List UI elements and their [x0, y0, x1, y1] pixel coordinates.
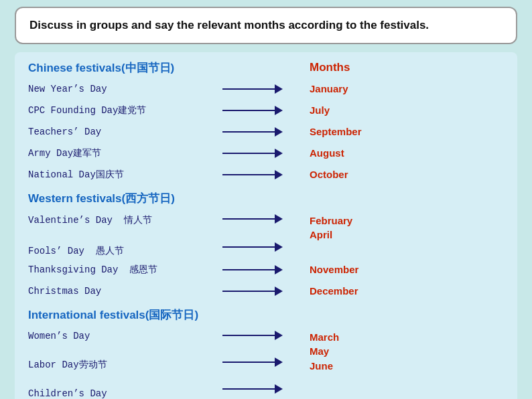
- month-label: August: [310, 147, 383, 159]
- arrow-cell: [222, 84, 310, 94]
- arrow-cell: [222, 170, 310, 179]
- festival-label: Fools’ Day 愚人节: [28, 245, 222, 257]
- table-row: Thanksgiving Day 感恩节 November: [28, 260, 504, 279]
- arrow-cell: [222, 214, 310, 252]
- festivals-header: Chinese festivals(中国节日): [28, 60, 222, 76]
- column-headers: Chinese festivals(中国节日) Months: [28, 60, 504, 76]
- international-festivals-header: International festivals(国际节日): [28, 307, 504, 323]
- month-label: October: [310, 169, 383, 180]
- month-group: March May June: [310, 331, 383, 373]
- festival-label: Army Day建军节: [28, 147, 222, 159]
- arrow-cell: [222, 331, 310, 394]
- month-label: February: [310, 214, 383, 228]
- chinese-festivals-header: Chinese festivals(中国节日): [28, 62, 174, 74]
- month-label: April: [310, 228, 383, 242]
- table-row: Teachers’ Day September: [28, 123, 504, 141]
- festival-label: Valentine’s Day 情人节: [28, 214, 222, 226]
- instruction-text: Discuss in groups and say the relevant m…: [29, 19, 429, 31]
- instruction-box: Discuss in groups and say the relevant m…: [15, 7, 517, 44]
- festival-label: Christmas Day: [28, 286, 222, 297]
- festival-label: Children’s Day: [28, 388, 222, 399]
- festival-label: Teachers’ Day: [28, 127, 222, 137]
- arrow-cell: [222, 265, 310, 274]
- months-header: Months: [310, 61, 383, 74]
- festival-label: National Day国庆节: [28, 169, 222, 181]
- festival-label: New Year’s Day: [28, 84, 222, 94]
- festival-label: Women’s Day: [28, 331, 222, 341]
- month-label: March: [310, 331, 383, 344]
- western-festivals-header: Western festivals(西方节日): [28, 191, 504, 206]
- table-row: Christmas Day December: [28, 282, 504, 301]
- month-group: February April: [310, 214, 383, 242]
- month-label: September: [310, 126, 383, 137]
- arrow-cell: [222, 106, 310, 115]
- month-label: May: [310, 345, 383, 358]
- month-label: November: [310, 264, 383, 275]
- month-label: January: [310, 83, 383, 94]
- month-label: June: [310, 360, 383, 373]
- content-area: Chinese festivals(中国节日) Months New Year’…: [15, 52, 517, 399]
- table-row: CPC Founding Day建党节 July: [28, 101, 504, 120]
- arrow-cell: [222, 127, 310, 137]
- table-row: Valentine’s Day 情人节 Fools’ Day 愚人节 Febru…: [28, 212, 504, 258]
- table-row: Army Day建军节 August: [28, 144, 504, 163]
- month-label: July: [310, 104, 383, 116]
- festival-label: Labor Day劳动节: [28, 359, 222, 371]
- table-row: New Year’s Day January: [28, 80, 504, 98]
- festival-label: CPC Founding Day建党节: [28, 104, 222, 116]
- festival-label: Thanksgiving Day 感恩节: [28, 264, 222, 276]
- table-row: Women’s Day Labor Day劳动节 Children’s Day …: [28, 328, 504, 399]
- arrow-cell: [222, 149, 310, 158]
- arrow-cell: [222, 287, 310, 296]
- table-row: National Day国庆节 October: [28, 165, 504, 184]
- month-label: December: [310, 285, 383, 297]
